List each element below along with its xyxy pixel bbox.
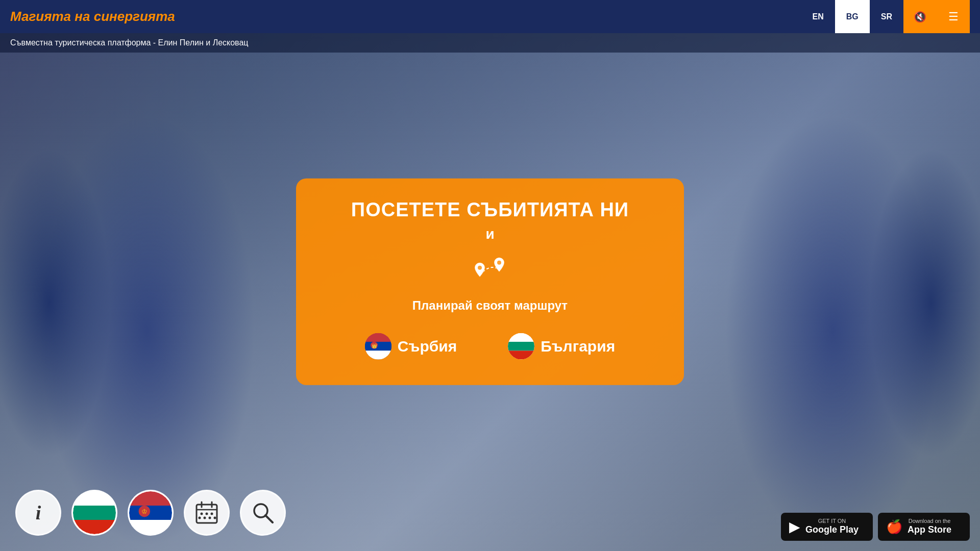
svg-point-36 <box>211 513 213 515</box>
bottom-icons-bar: i ♔ <box>15 490 286 536</box>
svg-rect-25 <box>129 491 172 506</box>
svg-rect-22 <box>73 520 116 534</box>
svg-point-37 <box>199 517 201 519</box>
bulgaria-flag-circle <box>508 333 534 360</box>
svg-text:♔: ♔ <box>141 508 148 515</box>
svg-point-0 <box>478 266 482 270</box>
svg-rect-16 <box>508 342 534 350</box>
svg-rect-8 <box>365 333 391 342</box>
svg-rect-17 <box>508 350 534 359</box>
menu-button[interactable]: ☰ <box>937 0 970 33</box>
search-button[interactable] <box>240 490 286 536</box>
app-store-text: Download on the App Store <box>908 518 951 536</box>
svg-rect-20 <box>73 491 116 506</box>
svg-text:👑: 👑 <box>371 343 377 349</box>
card-countries: 👑 Сърбия България <box>327 333 653 360</box>
lang-bg-button[interactable]: BG <box>835 0 870 33</box>
svg-point-35 <box>206 513 208 515</box>
bulgaria-flag-button[interactable] <box>71 490 117 536</box>
card-and-text: и <box>327 226 653 242</box>
svg-point-1 <box>497 261 501 265</box>
navbar-right: EN BG SR 🔇 ☰ <box>801 0 970 33</box>
location-pins-icon <box>470 253 510 288</box>
lang-sr-button[interactable]: SR <box>870 0 903 33</box>
serbia-flag-button[interactable]: ♔ <box>128 490 174 536</box>
subtitle-text: Съвместна туристическа платформа - Елин … <box>10 38 248 47</box>
google-play-icon: ▶ <box>789 518 800 535</box>
calendar-button[interactable] <box>184 490 230 536</box>
serbia-flag-circle: 👑 <box>365 333 391 360</box>
google-play-text: GET IT ON Google Play <box>805 518 859 536</box>
svg-rect-10 <box>365 350 391 359</box>
sound-button[interactable]: 🔇 <box>903 0 937 33</box>
card-route-text: Планирай своят маршрут <box>327 298 653 313</box>
svg-point-38 <box>204 517 206 519</box>
info-icon: i <box>36 502 41 524</box>
main-card: ПОСЕТЕТЕ СЪБИТИЯТА НИ и Планирай своят м… <box>296 179 684 385</box>
svg-rect-21 <box>73 506 116 520</box>
navbar: Магията на синергията EN BG SR 🔇 ☰ <box>0 0 980 33</box>
svg-rect-15 <box>508 333 534 342</box>
sound-icon: 🔇 <box>914 11 926 23</box>
subtitle-bar: Съвместна туристическа платформа - Елин … <box>0 33 980 53</box>
svg-rect-27 <box>129 520 172 534</box>
serbia-country-item[interactable]: 👑 Сърбия <box>365 333 457 360</box>
site-title: Магията на синергията <box>10 9 175 24</box>
svg-point-40 <box>214 517 216 519</box>
app-store-button[interactable]: 🍎 Download on the App Store <box>878 513 970 541</box>
svg-point-34 <box>201 513 203 515</box>
info-button[interactable]: i <box>15 490 61 536</box>
svg-line-42 <box>265 515 273 522</box>
svg-rect-9 <box>365 342 391 350</box>
lang-en-button[interactable]: EN <box>801 0 835 33</box>
card-main-title: ПОСЕТЕТЕ СЪБИТИЯТА НИ <box>327 199 653 221</box>
bulgaria-country-item[interactable]: България <box>508 333 615 360</box>
hamburger-icon: ☰ <box>948 10 959 23</box>
svg-point-39 <box>209 517 211 519</box>
serbia-name: Сърбия <box>398 338 457 355</box>
google-play-button[interactable]: ▶ GET IT ON Google Play <box>781 513 873 541</box>
bulgaria-name: България <box>541 338 615 355</box>
apple-icon: 🍎 <box>886 519 902 535</box>
app-store-container: ▶ GET IT ON Google Play 🍎 Download on th… <box>781 513 970 541</box>
svg-rect-26 <box>129 506 172 520</box>
